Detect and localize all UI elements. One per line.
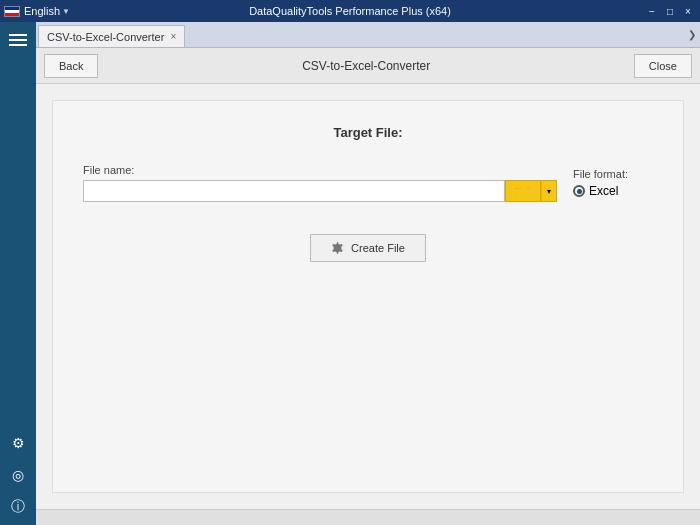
sidebar-menu-button[interactable] — [2, 26, 34, 54]
page-content: Back CSV-to-Excel-Converter Close Target… — [36, 48, 700, 509]
menu-bar-2 — [9, 39, 27, 41]
content-area: CSV-to-Excel-Converter × ❯ Back CSV-to-E… — [36, 22, 700, 525]
status-bar — [36, 509, 700, 525]
file-input-row: ▾ — [83, 180, 557, 202]
tab-bar: CSV-to-Excel-Converter × ❯ — [36, 22, 700, 48]
browse-folder-button[interactable] — [505, 180, 541, 202]
excel-radio-button[interactable] — [573, 185, 585, 197]
info-button[interactable]: ⓘ — [2, 493, 34, 521]
folder-dropdown-button[interactable]: ▾ — [541, 180, 557, 202]
excel-radio-row[interactable]: Excel — [573, 184, 653, 198]
radio-dot-inner — [577, 189, 582, 194]
settings-icon: ⚙ — [12, 435, 25, 451]
folder-icon — [515, 185, 531, 198]
window-controls: − □ × — [644, 4, 696, 18]
language-selector[interactable]: English ▼ — [24, 5, 70, 17]
flag-icon — [4, 6, 20, 17]
target-icon: ◎ — [12, 467, 24, 483]
tab-chevron[interactable]: ❯ — [688, 29, 696, 40]
title-bar-left: English ▼ — [4, 5, 70, 17]
file-name-input[interactable] — [83, 180, 505, 202]
settings-button[interactable]: ⚙ — [2, 429, 34, 457]
create-file-button[interactable]: Create File — [310, 234, 426, 262]
toolbar-title: CSV-to-Excel-Converter — [302, 59, 430, 73]
sidebar: ⚙ ◎ ⓘ — [0, 22, 36, 525]
tab-label: CSV-to-Excel-Converter — [47, 31, 164, 43]
toolbar: Back CSV-to-Excel-Converter Close — [36, 48, 700, 84]
section-title: Target File: — [83, 125, 653, 140]
create-file-btn-row: Create File — [83, 234, 653, 262]
file-format-section: File format: Excel — [573, 168, 653, 198]
panel-box: Target File: File name: — [52, 100, 684, 493]
back-button[interactable]: Back — [44, 54, 98, 78]
file-name-label: File name: — [83, 164, 557, 176]
gear-icon — [331, 241, 345, 255]
minimize-button[interactable]: − — [644, 4, 660, 18]
close-window-button[interactable]: × — [680, 4, 696, 18]
excel-radio-label: Excel — [589, 184, 618, 198]
title-bar: English ▼ DataQualityTools Performance P… — [0, 0, 700, 22]
tab-close-button[interactable]: × — [170, 31, 176, 42]
menu-bar-1 — [9, 34, 27, 36]
main-panel: Target File: File name: — [36, 84, 700, 509]
create-file-label: Create File — [351, 242, 405, 254]
language-dropdown-arrow: ▼ — [62, 7, 70, 16]
target-button[interactable]: ◎ — [2, 461, 34, 489]
app-body: ⚙ ◎ ⓘ CSV-to-Excel-Converter × ❯ Back CS… — [0, 22, 700, 525]
info-icon: ⓘ — [11, 498, 25, 516]
maximize-button[interactable]: □ — [662, 4, 678, 18]
file-name-section: File name: — [83, 164, 557, 202]
file-format-label: File format: — [573, 168, 653, 180]
language-label: English — [24, 5, 60, 17]
tab-csv-converter[interactable]: CSV-to-Excel-Converter × — [38, 25, 185, 47]
file-row: File name: — [83, 164, 653, 202]
app-title: DataQualityTools Performance Plus (x64) — [249, 5, 451, 17]
close-button[interactable]: Close — [634, 54, 692, 78]
menu-bar-3 — [9, 44, 27, 46]
